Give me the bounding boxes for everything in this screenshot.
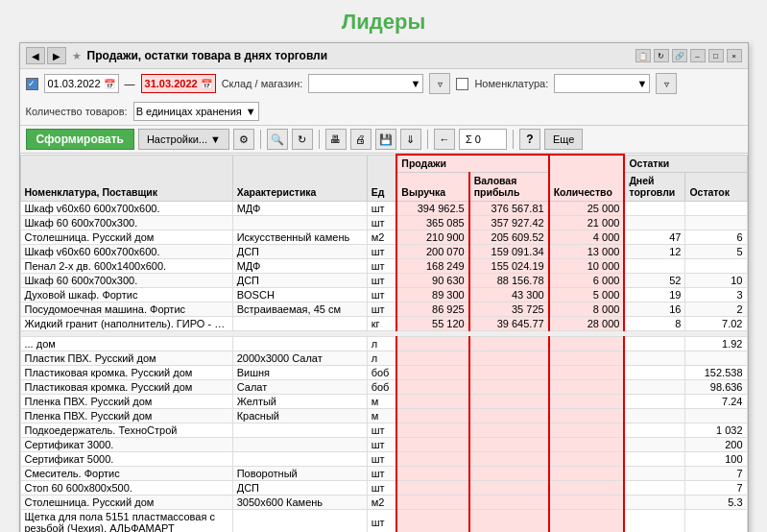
cell-kol xyxy=(549,437,625,451)
save-icon-btn[interactable]: 💾 xyxy=(375,129,396,150)
cell-nom: Посудомоечная машина. Фортис xyxy=(20,302,232,316)
cell-nom: Стоп 60 600x800x500. xyxy=(20,480,232,495)
settings-icon-btn[interactable]: ⚙ xyxy=(233,129,254,150)
cell-vyr xyxy=(396,336,468,351)
cell-kol xyxy=(549,351,625,365)
table-row: Сертификат 3000. шт 200 xyxy=(20,437,747,451)
table-row: Посудомоечная машина. Фортис Встраиваема… xyxy=(20,302,747,316)
nomenklatura-select[interactable]: ▼ xyxy=(554,74,650,93)
header-nomenklatura: Номенклатура, Поставщик xyxy=(20,155,232,201)
cell-val: 376 567.81 xyxy=(469,201,549,215)
cell-days xyxy=(624,215,685,230)
cell-val xyxy=(469,509,549,532)
maximize-btn[interactable]: □ xyxy=(708,49,724,62)
cell-vyr: 365 085 xyxy=(396,215,468,230)
search-icon-btn[interactable]: 🔍 xyxy=(267,129,288,150)
header-ed: Ед xyxy=(367,155,396,201)
cell-days xyxy=(624,495,685,509)
cell-days xyxy=(624,480,685,495)
nom-filter-icon[interactable]: ▿ xyxy=(656,73,677,94)
cell-days xyxy=(624,408,685,423)
print-icon-btn[interactable]: 🖶 xyxy=(325,129,347,150)
table-row: Пластик ПВХ. Русский дом 2000x3000 Салат… xyxy=(20,351,747,365)
calendar-icon2[interactable]: 📅 xyxy=(201,79,212,89)
table-row: Щетка для пола 5151 пластмассовая с резь… xyxy=(20,509,747,532)
cell-vyr xyxy=(396,394,468,408)
cell-hark: BOSCH xyxy=(232,287,367,302)
cell-kol xyxy=(549,451,625,466)
cell-hark: МДФ xyxy=(232,258,367,273)
cell-nom: Пленка ПВХ. Русский дом xyxy=(20,394,232,408)
cell-ost: 5.3 xyxy=(685,495,747,509)
date-to-input[interactable]: 31.03.2022 📅 xyxy=(141,74,216,93)
cell-hark: Салат xyxy=(232,379,367,394)
header-ostatki: Остатки xyxy=(624,155,747,172)
sklad-select[interactable]: ▼ xyxy=(308,74,423,93)
sklad-filter-icon[interactable]: ▿ xyxy=(429,73,450,94)
cell-kol xyxy=(549,336,625,351)
calendar-icon[interactable]: 📅 xyxy=(104,79,115,89)
cell-kol: 21 000 xyxy=(549,215,625,230)
cell-ed: шт xyxy=(367,273,396,287)
header-vyruchka: Выручка xyxy=(396,172,468,201)
header-kolichestvo: Количество xyxy=(549,155,625,201)
copy-btn[interactable]: 📋 xyxy=(635,49,651,62)
cell-kol xyxy=(549,495,625,509)
cell-ed: л xyxy=(367,351,396,365)
minimize-btn[interactable]: – xyxy=(690,49,706,62)
cell-ed: шт xyxy=(367,437,396,451)
cell-ost: 7 xyxy=(685,480,747,495)
cell-val: 159 091.34 xyxy=(469,244,549,258)
cell-days: 12 xyxy=(624,244,685,258)
cell-ost: 3 xyxy=(685,287,747,302)
back-nav-btn[interactable]: ← xyxy=(434,129,455,150)
cell-nom: Пленка ПВХ. Русский дом xyxy=(20,408,232,423)
cell-days: 16 xyxy=(624,302,685,316)
printer-icon-btn[interactable]: 🖨 xyxy=(350,129,372,150)
cell-nom: Жидкий гранит (наполнитель). ГИРО - РОСС xyxy=(20,316,232,330)
table-row: Шкаф v60x60 600x700x600. МДФ шт 394 962.… xyxy=(20,201,747,215)
close-btn[interactable]: × xyxy=(727,49,742,62)
sigma-area: Σ 0 xyxy=(459,129,507,150)
settings-button[interactable]: Настройки... ▼ xyxy=(138,129,229,150)
cell-ost: 5 xyxy=(685,244,747,258)
cell-nom: Духовой шкаф. Фортис xyxy=(20,287,232,302)
cell-days xyxy=(624,379,685,394)
date-from-input[interactable]: 01.03.2022 📅 xyxy=(44,74,119,93)
cell-kol: 6 000 xyxy=(549,273,625,287)
cell-nom: ... дом xyxy=(20,336,232,351)
cell-val xyxy=(469,437,549,451)
cell-vyr xyxy=(396,408,468,423)
settings-dropdown-icon: ▼ xyxy=(210,133,221,145)
help-btn[interactable]: ? xyxy=(519,129,540,150)
link-btn[interactable]: 🔗 xyxy=(672,49,687,62)
export-icon-btn[interactable]: ⇓ xyxy=(400,129,421,150)
header-prodazhi: Продажи xyxy=(396,155,548,172)
nav-forward-btn[interactable]: ▶ xyxy=(47,47,66,64)
cell-kol xyxy=(549,365,625,379)
favorite-icon[interactable]: ★ xyxy=(72,50,82,62)
cell-ost: 7 xyxy=(685,466,747,480)
nom-dropdown-icon: ▼ xyxy=(636,78,647,89)
more-btn[interactable]: Еще xyxy=(544,129,583,150)
form-button[interactable]: Сформировать xyxy=(26,129,134,150)
cell-kol xyxy=(549,394,625,408)
cell-val: 205 609.52 xyxy=(469,230,549,244)
cell-vyr xyxy=(396,451,468,466)
action-toolbar: Сформировать Настройки... ▼ ⚙ 🔍 ↻ 🖶 🖨 💾 … xyxy=(20,126,748,154)
cell-kol: 28 000 xyxy=(549,316,625,330)
cell-kol: 25 000 xyxy=(549,201,625,215)
date-from-checkbox[interactable]: ✓ xyxy=(26,78,38,90)
table-row: Жидкий гранит (наполнитель). ГИРО - РОСС… xyxy=(20,316,747,330)
cell-ed: шт xyxy=(367,201,396,215)
cell-ed: кг xyxy=(367,316,396,330)
qty-dropdown-icon: ▼ xyxy=(246,106,256,117)
nomenklatura-checkbox[interactable] xyxy=(456,78,468,90)
quantity-select[interactable]: В единицах хранения ▼ xyxy=(133,102,259,121)
refresh-icon-btn[interactable]: ↻ xyxy=(292,129,313,150)
cell-ost xyxy=(685,509,747,532)
cell-vyr: 90 630 xyxy=(396,273,468,287)
refresh-btn[interactable]: ↻ xyxy=(654,49,669,62)
nav-back-btn[interactable]: ◀ xyxy=(26,47,45,64)
cell-ost xyxy=(685,215,747,230)
